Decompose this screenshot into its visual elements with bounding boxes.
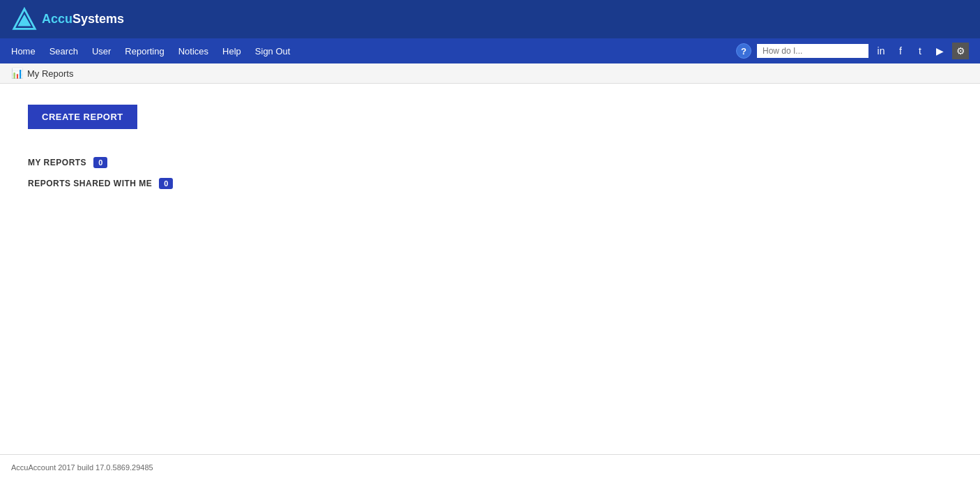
help-question-icon[interactable]: ? xyxy=(736,43,751,59)
twitter-icon[interactable]: t xyxy=(913,45,927,57)
nav-links: Home Search User Reporting Notices Help … xyxy=(11,46,290,57)
reports-chart-icon: 📊 xyxy=(11,68,23,79)
reports-section: MY REPORTS 0 REPORTS SHARED WITH ME 0 xyxy=(28,157,952,189)
shared-reports-row: REPORTS SHARED WITH ME 0 xyxy=(28,178,952,189)
breadcrumb-text: My Reports xyxy=(27,68,73,79)
nav-home[interactable]: Home xyxy=(11,46,36,57)
nav-reporting[interactable]: Reporting xyxy=(125,46,164,57)
nav-bar: Home Search User Reporting Notices Help … xyxy=(0,38,980,63)
logo-container[interactable]: AccuSystems xyxy=(11,6,124,33)
facebook-icon[interactable]: f xyxy=(894,45,908,57)
my-reports-label: MY REPORTS xyxy=(28,158,86,167)
logo-accu: Accu xyxy=(42,12,72,26)
nav-user[interactable]: User xyxy=(92,46,111,57)
nav-right: ? in f t ▶ ⚙ xyxy=(736,43,969,59)
breadcrumb-bar: 📊 My Reports xyxy=(0,63,980,84)
footer-text: AccuAccount 2017 build 17.0.5869.29485 xyxy=(11,463,153,472)
main-content: CREATE REPORT MY REPORTS 0 REPORTS SHARE… xyxy=(0,84,980,210)
youtube-icon[interactable]: ▶ xyxy=(933,45,947,57)
nav-help[interactable]: Help xyxy=(222,46,241,57)
settings-icon[interactable]: ⚙ xyxy=(952,43,969,59)
footer: AccuAccount 2017 build 17.0.5869.29485 xyxy=(0,455,980,480)
page-wrapper: AccuSystems Home Search User Reporting N… xyxy=(0,0,980,480)
search-input[interactable] xyxy=(757,44,868,58)
create-report-button[interactable]: CREATE REPORT xyxy=(28,105,137,129)
nav-signout[interactable]: Sign Out xyxy=(255,46,291,57)
nav-search[interactable]: Search xyxy=(49,46,78,57)
logo-text: AccuSystems xyxy=(42,12,124,27)
logo-systems: Systems xyxy=(72,12,124,26)
linkedin-icon[interactable]: in xyxy=(874,45,888,57)
brand-bar: AccuSystems xyxy=(0,0,980,38)
my-reports-row: MY REPORTS 0 xyxy=(28,157,952,168)
logo-icon xyxy=(11,6,38,33)
content-area: CREATE REPORT MY REPORTS 0 REPORTS SHARE… xyxy=(0,84,980,454)
my-reports-count-badge: 0 xyxy=(93,157,107,168)
shared-reports-label: REPORTS SHARED WITH ME xyxy=(28,179,152,188)
shared-reports-count-badge: 0 xyxy=(159,178,173,189)
nav-notices[interactable]: Notices xyxy=(178,46,208,57)
